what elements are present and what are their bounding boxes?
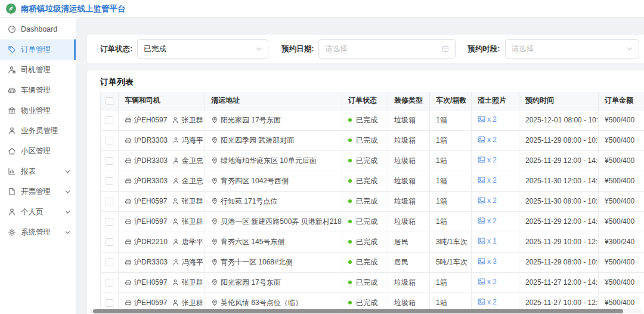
row-checkbox[interactable] — [106, 299, 113, 307]
photos-count: x 2 — [487, 298, 497, 306]
order-amount: ¥300/240 — [599, 232, 644, 252]
address-text: 阳光家园 17号东面 — [221, 278, 281, 287]
reserve-slot-select[interactable]: 请选择 — [505, 39, 639, 59]
sidebar-item-invoice-management[interactable]: 开票管理 — [0, 181, 76, 202]
status-text: 已完成 — [356, 238, 377, 246]
bank-icon — [8, 106, 16, 115]
location-pin-icon — [211, 157, 218, 164]
photos-count: x 2 — [487, 278, 497, 286]
person-icon — [8, 127, 16, 135]
person-icon — [172, 177, 179, 184]
row-checkbox[interactable] — [106, 258, 113, 266]
trips-boxes-count: 1箱 — [430, 171, 472, 191]
row-checkbox[interactable] — [106, 137, 113, 144]
row-checkbox[interactable] — [106, 177, 113, 185]
select-arrow-icon — [627, 46, 633, 52]
table-header-row: 车辆和司机 清运地址 订单状态 装修类型 车次/箱数 渣土照片 预约时间 订单金… — [101, 92, 644, 110]
row-checkbox[interactable] — [106, 218, 113, 226]
photos-count: x 3 — [487, 257, 497, 266]
sidebar-item-order-management[interactable]: 订单管理 — [0, 39, 76, 60]
sidebar-item-dashboard[interactable]: Dashboard — [0, 19, 76, 39]
status-dot — [348, 240, 352, 244]
photos-link[interactable]: x 2 — [478, 176, 497, 184]
person-icon — [172, 116, 179, 124]
photos-link[interactable]: x 2 — [478, 278, 497, 286]
sidebar-item-label: Dashboard — [21, 25, 57, 33]
table-row: 沪DR3303 金卫忠 x 1 绿地海珀华庭东区 10单元后面 已完成 垃圾箱 … — [101, 150, 644, 171]
sidebar: Dashboard 订单管理 司机管理 车辆管理 物业管理 — [0, 18, 76, 314]
location-pin-icon — [211, 116, 218, 124]
status-dot — [348, 179, 352, 183]
location-pin-icon — [211, 218, 218, 225]
row-checkbox[interactable] — [106, 279, 113, 287]
sidebar-item-label: 物业管理 — [21, 106, 51, 116]
sidebar-item-driver-management[interactable]: 司机管理 — [0, 60, 76, 80]
car-icon — [125, 198, 132, 205]
table-row: 沪EH0597 张卫群 x 1 行知苑 171号点位 已完成 垃圾箱 1箱 x … — [101, 191, 644, 211]
reserve-date-picker[interactable] — [318, 39, 456, 59]
trips-boxes-count: 1箱 — [430, 272, 472, 293]
sidebar-item-reports[interactable]: 报表 — [0, 161, 76, 181]
driver-name: 张卫群 x 1 — [181, 217, 205, 226]
reservation-time: 2025-11-29 12:00 - 14:00 — [519, 211, 599, 232]
photos-link[interactable]: x 2 — [478, 298, 497, 306]
page-title: 南桥镇垃圾清运线上监管平台 — [21, 4, 126, 14]
row-checkbox[interactable] — [106, 198, 113, 205]
sidebar-item-community-management[interactable]: 小区管理 — [0, 141, 76, 161]
photos-link[interactable]: x 2 — [478, 115, 497, 124]
filter-bar: 订单状态: 已完成 预约日期: 预约时段: 请选择 — [87, 35, 644, 63]
reserve-date-input[interactable] — [325, 40, 430, 58]
photos-link[interactable]: x 2 — [478, 136, 497, 144]
photos-link[interactable]: x 2 — [478, 217, 497, 225]
reserve-slot-placeholder: 请选择 — [512, 44, 534, 54]
calendar-icon — [442, 45, 449, 53]
file-icon — [8, 187, 16, 196]
sidebar-item-property-management[interactable]: 物业管理 — [0, 100, 76, 121]
order-list-title: 订单列表 — [87, 70, 644, 92]
select-all-checkbox[interactable] — [106, 97, 113, 105]
photos-link[interactable]: x 3 — [478, 257, 497, 266]
location-pin-icon — [211, 299, 218, 306]
decoration-type: 垃圾箱 — [388, 150, 430, 171]
status-text: 已完成 — [356, 217, 377, 226]
platform-logo-icon — [6, 4, 16, 14]
status-dot — [348, 138, 352, 142]
address-text: 贝港一区 新建西路500弄 贝港新村218号旁 — [221, 217, 342, 226]
image-icon — [478, 237, 485, 245]
image-icon — [478, 298, 485, 306]
sidebar-item-vehicle-management[interactable]: 车辆管理 — [0, 80, 76, 100]
row-checkbox[interactable] — [106, 116, 113, 124]
address-text: 育秀十一区 1068#北侧 — [221, 258, 293, 266]
order-amount: ¥500/400 — [599, 191, 644, 211]
sidebar-item-system-management[interactable]: 系统管理 — [0, 222, 76, 242]
row-checkbox[interactable] — [106, 238, 113, 246]
select-arrow-icon — [256, 46, 262, 52]
horizontal-scrollbar-thumb[interactable] — [93, 309, 623, 313]
row-checkbox[interactable] — [106, 157, 113, 165]
photos-link[interactable]: x 1 — [478, 237, 497, 245]
order-status-label: 订单状态: — [100, 44, 132, 54]
order-amount: ¥500/400 — [599, 211, 644, 232]
car-icon — [125, 116, 132, 124]
trips-boxes-count: 1箱 — [430, 211, 472, 232]
photos-count: x 2 — [487, 196, 497, 205]
trips-boxes-count: 1箱 — [430, 110, 472, 130]
vehicle-plate: 沪EH0597 — [134, 116, 167, 124]
trips-boxes-count: 3吨/1车次 — [430, 232, 472, 252]
chevron-down-icon — [65, 210, 70, 215]
order-status-select[interactable]: 已完成 — [137, 39, 268, 59]
sidebar-item-personal-page[interactable]: 个人页 — [0, 202, 76, 222]
car-icon — [8, 86, 16, 94]
car-icon — [125, 218, 132, 225]
status-text: 已完成 — [356, 298, 377, 307]
photos-count: x 2 — [487, 136, 497, 144]
reservation-time: 2025-11-30 08:00 - 10:00 — [519, 191, 599, 211]
photos-link[interactable]: x 2 — [478, 196, 497, 205]
sidebar-item-salesperson-management[interactable]: 业务员管理 — [0, 121, 76, 141]
status-text: 已完成 — [356, 116, 377, 124]
col-header-time: 预约时间 — [519, 92, 599, 110]
order-amount: ¥500/400 — [599, 150, 644, 171]
photos-link[interactable]: x 2 — [478, 156, 497, 164]
order-table: 车辆和司机 清运地址 订单状态 装修类型 车次/箱数 渣土照片 预约时间 订单金… — [100, 92, 644, 313]
table-row: 沪DR3303 金卫忠 x 1 育秀四区 1042号西侧 已完成 垃圾箱 1箱 … — [101, 171, 644, 191]
